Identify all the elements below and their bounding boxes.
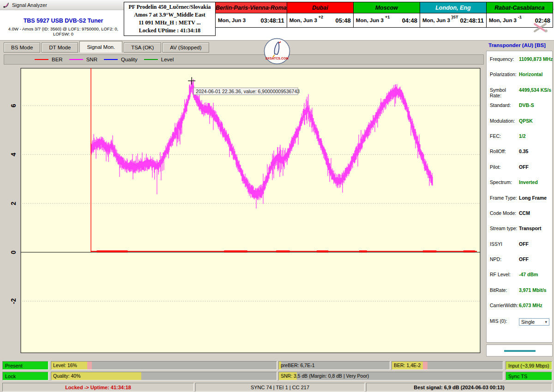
level-line-swatch: [144, 59, 158, 60]
mode-tabbar: BS Mode DT Mode Signal Mon. TSA (OK) AV …: [0, 41, 486, 53]
clock-berlin: Berlin-Paris-Vienna-Roma Mon, Jun 3 03:4…: [215, 2, 287, 28]
chevron-down-icon: ▾: [545, 320, 547, 324]
svg-text:-2: -2: [10, 298, 17, 304]
site-line-1: PF Prodelin 450_Lučenec/Slovakia: [124, 3, 215, 11]
clock-date: Mon, Jun 3: [489, 18, 517, 23]
clock-date: Mon, Jun 3: [356, 18, 384, 23]
input-indicator: Input (~3,99 Mbps): [506, 361, 552, 370]
svg-text:2024-06-01 22.36.36, value: 6,: 2024-06-01 22.36.36, value: 6,9000000953…: [196, 89, 300, 94]
tp-row: Modulation:QPSK: [487, 117, 552, 132]
clock-date: Mon, Jun 3: [218, 18, 246, 23]
clock-date: Mon, Jun 3: [289, 18, 317, 23]
clock-offset: +2: [319, 15, 323, 19]
legend-label: Quality: [121, 57, 138, 62]
tp-row: Pilot:OFF: [487, 163, 552, 178]
quality-bar: Quality: 40%: [51, 372, 277, 380]
clock-city: Moscow: [354, 2, 420, 13]
clock-moscow: Moscow Mon, Jun 3 +1 04:48: [353, 2, 420, 28]
tab-dt-mode[interactable]: DT Mode: [42, 42, 78, 53]
present-indicator: Present: [2, 361, 48, 370]
status-sync-counters: SYNC 74 | TEI 1 | CC 217: [195, 383, 365, 392]
device-title: TBS 5927 USB DVB-S2 Tuner: [3, 18, 124, 24]
level-bar: Level: 16%: [51, 361, 277, 370]
tp-row: Symbol Rate:4499,534 KS/s: [487, 86, 552, 101]
clock-city: Dubai: [287, 2, 353, 13]
world-clocks: Berlin-Paris-Vienna-Roma Mon, Jun 3 03:4…: [216, 2, 553, 28]
site-info-box: PF Prodelin 450_Lučenec/Slovakia Amos 7 …: [124, 2, 216, 36]
snr-bar: SNR: 3,5 dB (Margin: 0,8 dB | Very Poor): [278, 372, 503, 380]
clock-offset: +1: [385, 15, 390, 19]
ber-label: BER: 1,4E-2: [392, 362, 503, 369]
clock-city: Rabat-Casablanca: [487, 2, 553, 13]
site-line-2: Amos 7 at 3.9°W_Middle East: [124, 11, 215, 19]
clock-dubai: Dubai Mon, Jun 3 +2 05:48: [287, 2, 354, 28]
quality-label: Quality: 40%: [51, 372, 277, 380]
logo-text: DXSATCS.COM: [264, 57, 290, 60]
quality-line-swatch: [104, 59, 118, 60]
svg-text:4: 4: [10, 153, 17, 156]
clock-time: 05:48: [336, 17, 351, 24]
clock-london: London, Eng Mon, Jun 3 )ST 02:48:11: [420, 2, 487, 28]
legend-item-quality: Quality: [104, 57, 138, 62]
signal-chart[interactable]: 6420-22024-06-01 22.36.36, value: 6,9000…: [4, 65, 484, 357]
device-block: TBS 5927 USB DVB-S2 Tuner 4.0W - Amos 3/…: [3, 18, 124, 36]
tools-icon: [532, 20, 549, 34]
tp-row: Frequency:11090,873 MHz: [487, 55, 552, 70]
preber-bar: preBER: 6,7E-1: [278, 361, 390, 370]
svg-text:0: 0: [10, 250, 17, 254]
svg-text:2: 2: [10, 202, 17, 205]
legend-label: BER: [52, 57, 63, 62]
mini-panel: [486, 344, 553, 356]
site-line-4: Locked UPtime : 41:34:18: [124, 27, 215, 35]
tp-row: Standard:DVB-S: [487, 101, 552, 116]
preber-label: preBER: 6,7E-1: [279, 362, 390, 369]
ber-line-swatch: [35, 59, 48, 60]
transponder-panel: Frequency:11090,873 MHz Polarization:Hor…: [486, 51, 553, 343]
device-subtitle: 4.0W - Amos 3/7 (ID: 3560) @ LOF1: 97500…: [3, 26, 124, 36]
mini-teal-bar: [504, 350, 536, 352]
tab-signal-mon[interactable]: Signal Mon.: [79, 41, 122, 53]
mis-select[interactable]: Single ▾: [519, 318, 549, 326]
tp-row: Spectrum:Inverted: [487, 178, 552, 193]
mis-row: MIS (0): Single ▾: [487, 317, 552, 332]
tp-row: CarrierWidth:6,073 MHz: [487, 301, 552, 316]
tp-row: BitRate:3,971 Mbit/s: [487, 286, 552, 301]
clock-offset: -1: [518, 15, 522, 19]
mis-label: MIS (0):: [490, 318, 519, 324]
tp-row: Code Mode:CCM: [487, 209, 552, 224]
legend-label: SNR: [86, 57, 97, 62]
legend-item-ber: BER: [35, 57, 63, 62]
ber-bar: BER: 1,4E-2: [391, 361, 503, 370]
dxsatcs-logo: DXSATCS.COM: [264, 38, 290, 65]
chart-legend: BER SNR Quality Level: [4, 54, 484, 65]
legend-label: Level: [161, 57, 174, 62]
legend-item-level: Level: [144, 57, 174, 62]
clock-city: London, Eng: [420, 2, 486, 13]
logo-rocket-icon: [264, 38, 290, 65]
transponder-title: Transponder (AU) [BS]: [488, 42, 546, 48]
lock-indicator: Lock: [2, 372, 48, 380]
tab-av[interactable]: AV (Stopped): [163, 42, 209, 53]
tp-row: Frame Type:Long Frame: [487, 194, 552, 209]
tp-row: ISSYIOFF: [487, 240, 552, 255]
tp-row: FEC:1/2: [487, 132, 552, 147]
legend-item-snr: SNR: [69, 57, 97, 62]
site-line-3: 11 091 MHz_H : METV ...: [124, 19, 215, 27]
window-title: Signal Analyzer: [12, 2, 47, 8]
svg-text:6: 6: [10, 104, 17, 107]
clock-time: 04:48: [402, 17, 417, 24]
clock-time: 03:48:11: [260, 17, 284, 24]
tab-tsa[interactable]: TSA (OK): [124, 42, 161, 53]
app-icon: [3, 2, 9, 8]
status-uptime: Locked -> Uptime: 41:34:18: [2, 383, 194, 392]
tab-bs-mode[interactable]: BS Mode: [4, 42, 40, 53]
tp-row: RF Level:-47 dBm: [487, 270, 552, 285]
clock-city: Berlin-Paris-Vienna-Roma: [216, 2, 287, 13]
clock-offset: )ST: [452, 15, 458, 19]
tp-row: RollOff:0.35: [487, 147, 552, 162]
clock-time: 02:48:11: [460, 17, 484, 24]
clock-date: Mon, Jun 3: [422, 18, 450, 23]
snr-label: SNR: 3,5 dB (Margin: 0,8 dB | Very Poor): [279, 372, 503, 380]
status-best-signal: Best signal: 6,9 dB (2024-06-03 00:13): [366, 383, 552, 392]
sync-ts-indicator: Sync TS: [506, 372, 552, 380]
